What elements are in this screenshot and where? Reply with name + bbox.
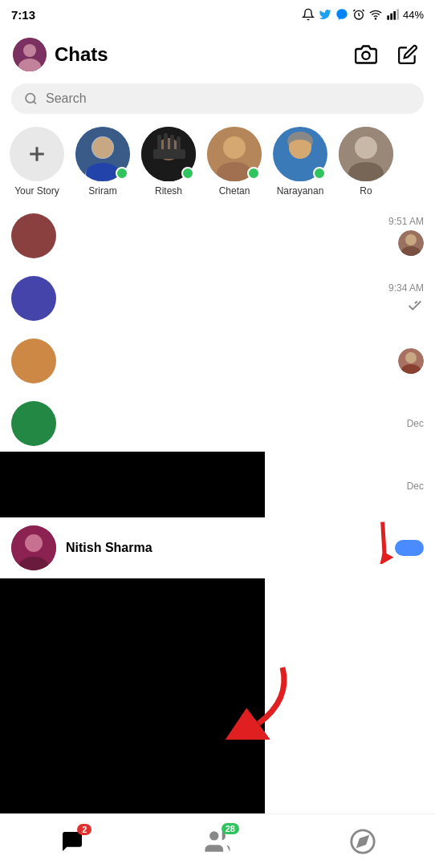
svg-rect-21	[170, 135, 174, 151]
messenger-icon	[335, 8, 348, 21]
online-dot-ritesh	[181, 167, 194, 180]
chat-time-2: 9:34 AM	[388, 282, 424, 294]
svg-point-14	[92, 137, 113, 158]
story-item-narayanan[interactable]: Narayanan	[273, 127, 327, 197]
story-ritesh-label: Ritesh	[155, 185, 182, 197]
camera-button[interactable]	[352, 40, 380, 69]
header-actions	[352, 40, 422, 69]
bell-icon	[302, 8, 315, 21]
chat-item-1[interactable]: 9:51 AM	[0, 205, 435, 267]
svg-point-36	[405, 234, 417, 245]
chat-item-nitish[interactable]: Nitish Sharma	[0, 517, 435, 578]
svg-rect-19	[157, 135, 161, 151]
chat-time-4: Dec	[407, 418, 424, 429]
svg-rect-23	[153, 149, 185, 159]
story-avatar-ro	[339, 127, 393, 181]
online-dot-chetan	[247, 167, 260, 180]
story-your-story-label: Your Story	[14, 185, 59, 197]
story-sriram-label: Sriram	[88, 185, 116, 197]
chat-item-4[interactable]: Dec	[0, 392, 435, 455]
bottom-nav: 2 28	[0, 813, 435, 868]
svg-point-31	[289, 140, 311, 152]
chat-time-5: Dec	[407, 481, 424, 492]
search-bar[interactable]	[11, 83, 424, 114]
status-time: 7:13	[11, 8, 35, 22]
story-item-ritesh[interactable]: Ritesh	[141, 127, 196, 197]
svg-point-47	[209, 831, 218, 840]
svg-rect-2	[387, 15, 389, 19]
chat-item-3[interactable]	[0, 330, 435, 392]
wifi-icon	[369, 8, 382, 21]
twitter-icon	[319, 8, 331, 21]
story-avatar-narayanan	[273, 127, 327, 181]
chat-list-area: 9:51 AM 9:34 AM	[0, 205, 435, 517]
svg-point-10	[26, 94, 35, 103]
chat-time-1: 9:51 AM	[388, 216, 424, 227]
status-bar: 7:13	[0, 0, 435, 29]
svg-rect-22	[177, 136, 181, 151]
nav-chats[interactable]: 2	[40, 817, 104, 866]
story-add-button[interactable]	[10, 127, 64, 181]
online-dot-narayanan	[313, 167, 326, 180]
alarm-icon	[352, 8, 365, 21]
nav-people[interactable]: 28	[185, 817, 250, 866]
story-avatar-chetan	[207, 127, 262, 181]
svg-rect-3	[390, 14, 392, 20]
story-item-sriram[interactable]: Sriram	[75, 127, 130, 197]
svg-point-42	[25, 534, 43, 552]
svg-point-9	[362, 52, 369, 59]
story-narayanan-label: Narayanan	[277, 185, 324, 197]
black-overlay	[0, 452, 265, 868]
status-icons: 44%	[302, 8, 424, 21]
search-icon	[24, 91, 38, 106]
header-title: Chats	[55, 43, 352, 66]
story-item-chetan[interactable]: Chetan	[207, 127, 262, 197]
chats-badge: 2	[77, 824, 91, 835]
profile-avatar[interactable]	[13, 38, 47, 71]
story-chetan-label: Chetan	[219, 185, 250, 197]
battery-text: 44%	[403, 9, 424, 21]
svg-rect-5	[396, 9, 399, 19]
story-item-ro[interactable]: Ro	[339, 127, 393, 197]
svg-point-25	[223, 136, 246, 159]
people-nav-icon-wrapper: 28	[204, 828, 231, 855]
search-input[interactable]	[46, 91, 411, 106]
chat-avatar-thumb-3	[398, 348, 424, 374]
story-ro-label: Ro	[360, 185, 372, 197]
online-dot-sriram	[116, 167, 128, 180]
svg-rect-4	[393, 11, 396, 20]
compass-icon	[349, 828, 376, 855]
chat-nav-icon-wrapper: 2	[59, 829, 85, 854]
svg-point-1	[375, 18, 376, 19]
stories-row: Your Story Sriram	[0, 122, 435, 205]
chat-item-2[interactable]: 9:34 AM	[0, 267, 435, 330]
people-badge: 28	[222, 823, 239, 834]
svg-point-7	[23, 44, 36, 57]
svg-marker-49	[358, 836, 368, 846]
svg-point-33	[355, 136, 377, 159]
nav-discover[interactable]	[331, 817, 395, 866]
nitish-avatar	[11, 525, 56, 570]
read-receipt-icon	[406, 297, 424, 314]
svg-point-39	[405, 352, 417, 363]
svg-rect-20	[164, 133, 168, 151]
nitish-name: Nitish Sharma	[66, 541, 152, 555]
story-avatar-ritesh	[141, 127, 196, 181]
compose-button[interactable]	[393, 40, 422, 69]
header: Chats	[0, 29, 435, 80]
story-item-your-story[interactable]: Your Story	[10, 127, 64, 197]
story-avatar-sriram	[75, 127, 130, 181]
chat-avatar-thumb-1	[398, 230, 424, 256]
signal-icon	[386, 8, 399, 21]
